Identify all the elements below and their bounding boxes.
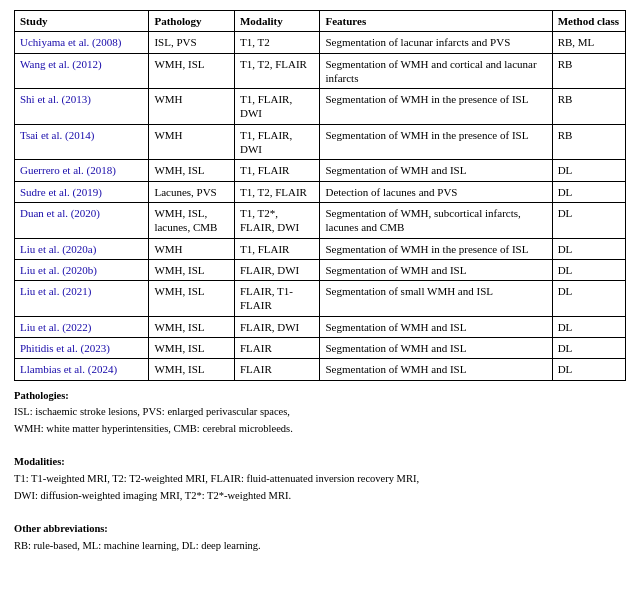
cell-pathology: WMH xyxy=(149,124,235,160)
cell-features: Segmentation of WMH and ISL xyxy=(320,259,552,280)
cell-modality: FLAIR xyxy=(234,338,320,359)
cell-method: DL xyxy=(552,359,625,380)
cell-modality: T1, T2, FLAIR xyxy=(234,181,320,202)
cell-features: Segmentation of WMH and ISL xyxy=(320,160,552,181)
cell-modality: T1, T2, FLAIR xyxy=(234,53,320,89)
cell-features: Detection of lacunes and PVS xyxy=(320,181,552,202)
cell-method: DL xyxy=(552,181,625,202)
cell-modality: FLAIR, DWI xyxy=(234,316,320,337)
modalities-title: Modalities: xyxy=(14,455,626,470)
cell-pathology: WMH, ISL xyxy=(149,338,235,359)
footnote-line: RB: rule-based, ML: machine learning, DL… xyxy=(14,539,626,554)
cell-study: Uchiyama et al. (2008) xyxy=(15,32,149,53)
other-title: Other abbreviations: xyxy=(14,522,626,537)
header-study: Study xyxy=(15,11,149,32)
cell-method: DL xyxy=(552,338,625,359)
table-row: Tsai et al. (2014)WMHT1, FLAIR, DWISegme… xyxy=(15,124,626,160)
cell-study: Guerrero et al. (2018) xyxy=(15,160,149,181)
table-row: Duan et al. (2020)WMH, ISL, lacunes, CMB… xyxy=(15,202,626,238)
cell-method: RB, ML xyxy=(552,32,625,53)
cell-method: RB xyxy=(552,53,625,89)
cell-method: RB xyxy=(552,124,625,160)
cell-features: Segmentation of small WMH and ISL xyxy=(320,281,552,317)
cell-study: Wang et al. (2012) xyxy=(15,53,149,89)
cell-modality: T1, T2 xyxy=(234,32,320,53)
empty-line-1 xyxy=(14,439,626,454)
table-row: Wang et al. (2012)WMH, ISLT1, T2, FLAIRS… xyxy=(15,53,626,89)
cell-pathology: WMH, ISL xyxy=(149,359,235,380)
cell-modality: FLAIR, DWI xyxy=(234,259,320,280)
cell-method: DL xyxy=(552,259,625,280)
cell-modality: T1, FLAIR xyxy=(234,160,320,181)
cell-features: Segmentation of WMH and ISL xyxy=(320,316,552,337)
header-features: Features xyxy=(320,11,552,32)
footnote-line: DWI: diffusion-weighted imaging MRI, T2*… xyxy=(14,489,626,504)
cell-study: Llambias et al. (2024) xyxy=(15,359,149,380)
footnotes: Pathologies: ISL: ischaemic stroke lesio… xyxy=(14,389,626,554)
cell-study: Duan et al. (2020) xyxy=(15,202,149,238)
cell-modality: T1, FLAIR, DWI xyxy=(234,124,320,160)
cell-modality: T1, T2*, FLAIR, DWI xyxy=(234,202,320,238)
cell-pathology: WMH, ISL, lacunes, CMB xyxy=(149,202,235,238)
cell-features: Segmentation of WMH and ISL xyxy=(320,359,552,380)
table-row: Sudre et al. (2019)Lacunes, PVST1, T2, F… xyxy=(15,181,626,202)
cell-study: Liu et al. (2020b) xyxy=(15,259,149,280)
cell-method: DL xyxy=(552,238,625,259)
footnote-line: WMH: white matter hyperintensities, CMB:… xyxy=(14,422,626,437)
cell-method: DL xyxy=(552,160,625,181)
cell-method: DL xyxy=(552,202,625,238)
cell-study: Liu et al. (2021) xyxy=(15,281,149,317)
header-modality: Modality xyxy=(234,11,320,32)
cell-modality: T1, FLAIR xyxy=(234,238,320,259)
cell-pathology: Lacunes, PVS xyxy=(149,181,235,202)
table-row: Liu et al. (2021)WMH, ISLFLAIR, T1-FLAIR… xyxy=(15,281,626,317)
cell-study: Phitidis et al. (2023) xyxy=(15,338,149,359)
cell-method: DL xyxy=(552,281,625,317)
table-row: Liu et al. (2020a)WMHT1, FLAIRSegmentati… xyxy=(15,238,626,259)
table-row: Liu et al. (2020b)WMH, ISLFLAIR, DWISegm… xyxy=(15,259,626,280)
cell-features: Segmentation of WMH, subcortical infarct… xyxy=(320,202,552,238)
cell-features: Segmentation of lacunar infarcts and PVS xyxy=(320,32,552,53)
cell-features: Segmentation of WMH in the presence of I… xyxy=(320,124,552,160)
cell-pathology: WMH, ISL xyxy=(149,53,235,89)
cell-pathology: WMH, ISL xyxy=(149,281,235,317)
cell-pathology: WMH, ISL xyxy=(149,160,235,181)
header-method: Method class xyxy=(552,11,625,32)
cell-method: RB xyxy=(552,89,625,125)
pathologies-title: Pathologies: xyxy=(14,389,626,404)
cell-study: Shi et al. (2013) xyxy=(15,89,149,125)
cell-method: DL xyxy=(552,316,625,337)
cell-features: Segmentation of WMH in the presence of I… xyxy=(320,238,552,259)
cell-modality: FLAIR, T1-FLAIR xyxy=(234,281,320,317)
empty-line-2 xyxy=(14,505,626,520)
table-row: Shi et al. (2013)WMHT1, FLAIR, DWISegmen… xyxy=(15,89,626,125)
table-row: Liu et al. (2022)WMH, ISLFLAIR, DWISegme… xyxy=(15,316,626,337)
cell-features: Segmentation of WMH and ISL xyxy=(320,338,552,359)
cell-modality: FLAIR xyxy=(234,359,320,380)
table-row: Guerrero et al. (2018)WMH, ISLT1, FLAIRS… xyxy=(15,160,626,181)
table-row: Uchiyama et al. (2008)ISL, PVST1, T2Segm… xyxy=(15,32,626,53)
table-row: Phitidis et al. (2023)WMH, ISLFLAIRSegme… xyxy=(15,338,626,359)
footnote-line: T1: T1-weighted MRI, T2: T2-weighted MRI… xyxy=(14,472,626,487)
cell-pathology: WMH, ISL xyxy=(149,259,235,280)
cell-study: Liu et al. (2022) xyxy=(15,316,149,337)
cell-pathology: WMH xyxy=(149,89,235,125)
cell-study: Tsai et al. (2014) xyxy=(15,124,149,160)
main-table: Study Pathology Modality Features Method… xyxy=(14,10,626,381)
cell-pathology: WMH, ISL xyxy=(149,316,235,337)
cell-features: Segmentation of WMH in the presence of I… xyxy=(320,89,552,125)
cell-pathology: ISL, PVS xyxy=(149,32,235,53)
cell-pathology: WMH xyxy=(149,238,235,259)
header-pathology: Pathology xyxy=(149,11,235,32)
cell-study: Liu et al. (2020a) xyxy=(15,238,149,259)
cell-modality: T1, FLAIR, DWI xyxy=(234,89,320,125)
cell-features: Segmentation of WMH and cortical and lac… xyxy=(320,53,552,89)
table-row: Llambias et al. (2024)WMH, ISLFLAIRSegme… xyxy=(15,359,626,380)
footnote-line: ISL: ischaemic stroke lesions, PVS: enla… xyxy=(14,405,626,420)
cell-study: Sudre et al. (2019) xyxy=(15,181,149,202)
